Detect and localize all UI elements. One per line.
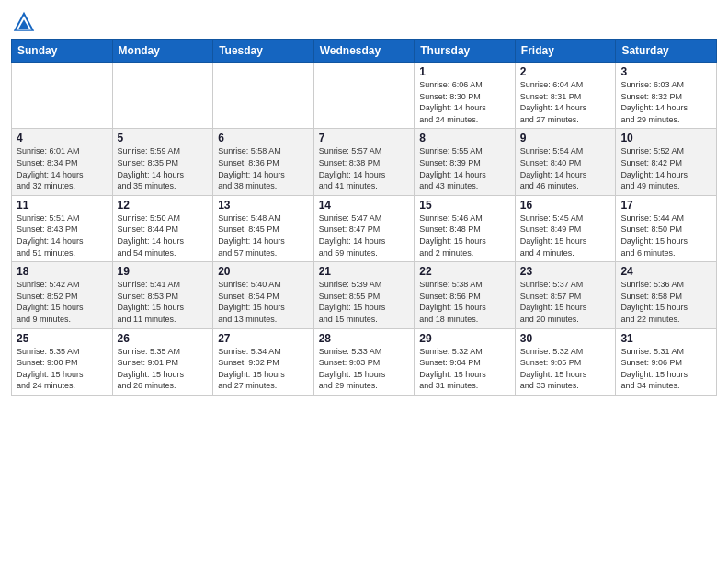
day-info: Sunrise: 6:01 AM Sunset: 8:34 PM Dayligh… [17, 145, 108, 191]
day-number: 16 [520, 199, 611, 212]
weekday-header-row: SundayMondayTuesdayWednesdayThursdayFrid… [12, 40, 717, 63]
calendar-cell: 25Sunrise: 5:35 AM Sunset: 9:00 PM Dayli… [12, 328, 113, 395]
calendar-cell: 24Sunrise: 5:36 AM Sunset: 8:58 PM Dayli… [616, 262, 717, 328]
calendar-week-3: 11Sunrise: 5:51 AM Sunset: 8:43 PM Dayli… [12, 195, 717, 261]
calendar-cell [213, 63, 314, 129]
day-info: Sunrise: 5:58 AM Sunset: 8:36 PM Dayligh… [218, 145, 309, 191]
weekday-header-wednesday: Wednesday [313, 40, 415, 63]
calendar-cell: 31Sunrise: 5:31 AM Sunset: 9:06 PM Dayli… [616, 328, 717, 395]
day-number: 23 [520, 265, 611, 278]
day-number: 25 [17, 332, 108, 345]
calendar-cell: 18Sunrise: 5:42 AM Sunset: 8:52 PM Dayli… [12, 262, 113, 328]
logo-icon [11, 9, 37, 35]
day-info: Sunrise: 5:35 AM Sunset: 9:00 PM Dayligh… [17, 346, 108, 392]
day-info: Sunrise: 5:59 AM Sunset: 8:35 PM Dayligh… [118, 145, 209, 191]
day-number: 31 [620, 332, 711, 345]
day-number: 4 [17, 132, 108, 144]
day-info: Sunrise: 6:06 AM Sunset: 8:30 PM Dayligh… [419, 79, 510, 125]
day-info: Sunrise: 5:37 AM Sunset: 8:57 PM Dayligh… [520, 279, 611, 325]
day-number: 12 [118, 199, 209, 212]
page-container: SundayMondayTuesdayWednesdayThursdayFrid… [0, 0, 728, 403]
day-info: Sunrise: 5:35 AM Sunset: 9:01 PM Dayligh… [118, 346, 209, 392]
day-info: Sunrise: 5:50 AM Sunset: 8:44 PM Dayligh… [118, 213, 209, 259]
calendar-week-2: 4Sunrise: 6:01 AM Sunset: 8:34 PM Daylig… [12, 129, 717, 195]
calendar-cell: 17Sunrise: 5:44 AM Sunset: 8:50 PM Dayli… [616, 195, 717, 261]
day-number: 20 [218, 265, 309, 278]
day-info: Sunrise: 5:48 AM Sunset: 8:45 PM Dayligh… [218, 213, 309, 259]
day-number: 27 [218, 332, 309, 345]
day-number: 7 [319, 132, 410, 144]
header [11, 9, 717, 35]
day-number: 28 [319, 332, 410, 345]
day-number: 19 [118, 265, 209, 278]
calendar-cell: 12Sunrise: 5:50 AM Sunset: 8:44 PM Dayli… [112, 195, 213, 261]
calendar-cell: 16Sunrise: 5:45 AM Sunset: 8:49 PM Dayli… [515, 195, 616, 261]
calendar-cell [112, 63, 213, 129]
day-info: Sunrise: 5:32 AM Sunset: 9:04 PM Dayligh… [419, 346, 510, 392]
day-info: Sunrise: 5:44 AM Sunset: 8:50 PM Dayligh… [620, 213, 711, 259]
day-number: 18 [17, 265, 108, 278]
day-info: Sunrise: 5:45 AM Sunset: 8:49 PM Dayligh… [520, 213, 611, 259]
day-info: Sunrise: 5:46 AM Sunset: 8:48 PM Dayligh… [419, 213, 510, 259]
weekday-header-monday: Monday [112, 40, 213, 63]
calendar-cell: 11Sunrise: 5:51 AM Sunset: 8:43 PM Dayli… [12, 195, 113, 261]
calendar-cell: 2Sunrise: 6:04 AM Sunset: 8:31 PM Daylig… [515, 63, 616, 129]
day-number: 2 [520, 65, 611, 78]
day-number: 10 [620, 132, 711, 144]
day-info: Sunrise: 5:54 AM Sunset: 8:40 PM Dayligh… [520, 145, 611, 191]
calendar-cell: 5Sunrise: 5:59 AM Sunset: 8:35 PM Daylig… [112, 129, 213, 195]
calendar-cell: 1Sunrise: 6:06 AM Sunset: 8:30 PM Daylig… [415, 63, 516, 129]
day-number: 3 [620, 65, 711, 78]
day-info: Sunrise: 5:41 AM Sunset: 8:53 PM Dayligh… [118, 279, 209, 325]
weekday-header-thursday: Thursday [415, 40, 516, 63]
calendar-cell: 29Sunrise: 5:32 AM Sunset: 9:04 PM Dayli… [415, 328, 516, 395]
calendar-cell: 27Sunrise: 5:34 AM Sunset: 9:02 PM Dayli… [213, 328, 314, 395]
calendar-cell: 10Sunrise: 5:52 AM Sunset: 8:42 PM Dayli… [616, 129, 717, 195]
day-info: Sunrise: 5:51 AM Sunset: 8:43 PM Dayligh… [17, 213, 108, 259]
day-info: Sunrise: 5:40 AM Sunset: 8:54 PM Dayligh… [218, 279, 309, 325]
calendar-cell: 14Sunrise: 5:47 AM Sunset: 8:47 PM Dayli… [313, 195, 415, 261]
day-info: Sunrise: 5:31 AM Sunset: 9:06 PM Dayligh… [620, 346, 711, 392]
day-number: 11 [17, 199, 108, 212]
calendar-cell: 20Sunrise: 5:40 AM Sunset: 8:54 PM Dayli… [213, 262, 314, 328]
calendar-cell: 30Sunrise: 5:32 AM Sunset: 9:05 PM Dayli… [515, 328, 616, 395]
day-number: 26 [118, 332, 209, 345]
calendar-week-1: 1Sunrise: 6:06 AM Sunset: 8:30 PM Daylig… [12, 63, 717, 129]
day-info: Sunrise: 5:52 AM Sunset: 8:42 PM Dayligh… [620, 145, 711, 191]
day-number: 14 [319, 199, 410, 212]
day-info: Sunrise: 5:38 AM Sunset: 8:56 PM Dayligh… [419, 279, 510, 325]
calendar-cell: 8Sunrise: 5:55 AM Sunset: 8:39 PM Daylig… [415, 129, 516, 195]
calendar-cell: 7Sunrise: 5:57 AM Sunset: 8:38 PM Daylig… [313, 129, 415, 195]
calendar-cell: 22Sunrise: 5:38 AM Sunset: 8:56 PM Dayli… [415, 262, 516, 328]
calendar-cell: 13Sunrise: 5:48 AM Sunset: 8:45 PM Dayli… [213, 195, 314, 261]
calendar-cell: 15Sunrise: 5:46 AM Sunset: 8:48 PM Dayli… [415, 195, 516, 261]
calendar-cell: 19Sunrise: 5:41 AM Sunset: 8:53 PM Dayli… [112, 262, 213, 328]
day-info: Sunrise: 5:39 AM Sunset: 8:55 PM Dayligh… [319, 279, 410, 325]
weekday-header-saturday: Saturday [616, 40, 717, 63]
day-info: Sunrise: 6:03 AM Sunset: 8:32 PM Dayligh… [620, 79, 711, 125]
logo [11, 9, 40, 35]
day-info: Sunrise: 6:04 AM Sunset: 8:31 PM Dayligh… [520, 79, 611, 125]
calendar-cell [313, 63, 415, 129]
day-number: 8 [419, 132, 510, 144]
calendar-cell: 4Sunrise: 6:01 AM Sunset: 8:34 PM Daylig… [12, 129, 113, 195]
day-number: 30 [520, 332, 611, 345]
day-info: Sunrise: 5:55 AM Sunset: 8:39 PM Dayligh… [419, 145, 510, 191]
day-number: 21 [319, 265, 410, 278]
day-number: 6 [218, 132, 309, 144]
day-info: Sunrise: 5:57 AM Sunset: 8:38 PM Dayligh… [319, 145, 410, 191]
day-number: 29 [419, 332, 510, 345]
calendar-cell: 6Sunrise: 5:58 AM Sunset: 8:36 PM Daylig… [213, 129, 314, 195]
weekday-header-sunday: Sunday [12, 40, 113, 63]
day-info: Sunrise: 5:36 AM Sunset: 8:58 PM Dayligh… [620, 279, 711, 325]
day-info: Sunrise: 5:32 AM Sunset: 9:05 PM Dayligh… [520, 346, 611, 392]
weekday-header-tuesday: Tuesday [213, 40, 314, 63]
day-info: Sunrise: 5:34 AM Sunset: 9:02 PM Dayligh… [218, 346, 309, 392]
day-number: 15 [419, 199, 510, 212]
calendar-table: SundayMondayTuesdayWednesdayThursdayFrid… [11, 39, 717, 396]
calendar-cell [12, 63, 113, 129]
day-number: 22 [419, 265, 510, 278]
calendar-cell: 3Sunrise: 6:03 AM Sunset: 8:32 PM Daylig… [616, 63, 717, 129]
calendar-week-5: 25Sunrise: 5:35 AM Sunset: 9:00 PM Dayli… [12, 328, 717, 395]
weekday-header-friday: Friday [515, 40, 616, 63]
